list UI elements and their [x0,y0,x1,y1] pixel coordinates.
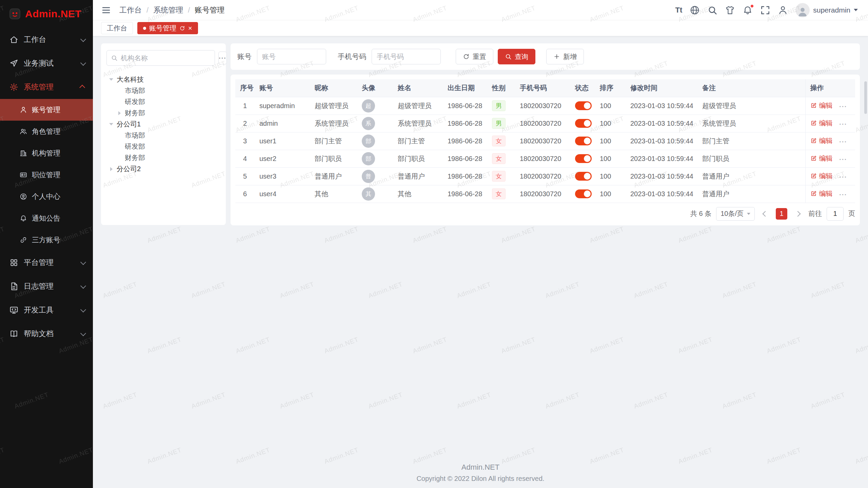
submenu-item-account-management[interactable]: 账号管理 [0,99,93,121]
more-actions-button[interactable] [839,173,847,181]
status-toggle[interactable] [575,137,592,145]
goto-page-input[interactable] [827,207,844,221]
status-toggle[interactable] [575,101,592,110]
more-actions-button[interactable] [839,120,847,128]
col-account: 账号 [255,79,310,97]
status-toggle[interactable] [575,189,592,198]
grid-icon [9,258,18,267]
tree-node[interactable]: 分公司2 [106,163,220,175]
edit-icon [810,190,817,197]
language-icon[interactable] [690,5,700,15]
page-size-select[interactable]: 10条/页 [716,207,755,221]
cell-status [570,150,595,167]
close-icon[interactable]: × [188,25,192,32]
cell-nickname: 部门职员 [310,150,357,167]
cell-gender: 女 [487,150,515,167]
chevron-down-icon [80,307,86,312]
submenu-item-role-management[interactable]: 角色管理 [0,121,93,142]
more-actions-button[interactable] [839,191,847,198]
user-menu[interactable]: superadmin [795,3,858,17]
org-search-input[interactable] [121,54,211,62]
cell-avatar: 部 [357,150,393,167]
status-toggle[interactable] [575,172,592,181]
edit-icon [810,102,817,109]
edit-button[interactable]: 编辑 [810,101,833,110]
query-button[interactable]: 查询 [498,49,535,64]
users-icon [20,128,27,135]
scrollbar-thumb[interactable] [864,81,867,114]
sidebar-item-log-management[interactable]: 日志管理 [0,274,93,298]
tab-account-management[interactable]: 账号管理 × [137,22,198,34]
sidebar-item-business-test[interactable]: 业务测试 [0,52,93,75]
more-actions-button[interactable] [839,138,847,145]
more-actions-button[interactable] [839,156,847,163]
tree-node[interactable]: 市场部 [106,85,220,96]
page-number-button[interactable]: 1 [776,208,787,220]
sidebar-item-dev-tools[interactable]: 开发工具 [0,298,93,322]
reset-button[interactable]: 重置 [456,49,493,64]
paper-plane-icon [9,59,18,68]
submenu-item-org-management[interactable]: 机构管理 [0,142,93,164]
theme-icon[interactable] [725,5,735,15]
tree-node-label: 市场部 [125,86,145,95]
user-icon[interactable] [778,5,788,15]
prev-page-button[interactable] [760,208,771,220]
status-toggle[interactable] [575,119,592,128]
tree-node[interactable]: 财务部 [106,107,220,119]
edit-button[interactable]: 编辑 [810,136,833,145]
breadcrumb-item[interactable]: 工作台 [119,5,142,15]
org-more-button[interactable] [218,52,227,64]
refresh-icon [463,53,470,60]
table-row: 2 admin 系统管理员 系 系统管理员 1986-06-28 男 18020… [235,115,855,132]
sidebar-item-workbench[interactable]: 工作台 [0,28,93,52]
menu-collapse-button[interactable] [101,5,111,15]
edit-label: 编辑 [819,119,833,128]
edit-button[interactable]: 编辑 [810,171,833,181]
refresh-icon[interactable] [179,25,185,31]
cell-nickname: 其他 [310,185,357,203]
org-tree: 大名科技 市场部 研发部 财务部 分公司1 市场部 研发部 财务部 分公司2 [106,74,220,175]
cell-nickname: 普通用户 [310,167,357,185]
table-row: 1 superadmin 超级管理员 超 超级管理员 1986-06-28 男 … [235,97,855,115]
accounts-table: 序号 账号 昵称 头像 姓名 出生日期 性别 手机号码 状态 排序 [235,79,855,203]
font-size-icon[interactable]: Tt [675,5,683,15]
gender-tag: 女 [492,153,506,164]
phone-input[interactable] [372,49,441,64]
tree-node[interactable]: 财务部 [106,152,220,163]
submenu-item-notice[interactable]: 通知公告 [0,207,93,229]
add-button[interactable]: 新增 [546,49,584,64]
tree-node[interactable]: 大名科技 [106,74,220,85]
sidebar-item-platform-management[interactable]: 平台管理 [0,251,93,274]
edit-button[interactable]: 编辑 [810,189,833,198]
account-input[interactable] [257,49,326,64]
cell-name: 其他 [393,185,443,203]
sidebar-menu: 工作台 业务测试 系统管理 账号管理 角色管理 [0,28,93,488]
edit-button[interactable]: 编辑 [810,119,833,128]
gender-tag: 女 [492,136,506,146]
edit-button[interactable]: 编辑 [810,154,833,163]
tree-node[interactable]: 研发部 [106,96,220,107]
tree-node[interactable]: 分公司1 [106,119,220,130]
next-page-button[interactable] [792,208,804,220]
more-actions-button[interactable] [839,103,847,110]
breadcrumb-item[interactable]: 系统管理 [142,5,183,15]
submenu-item-personal-center[interactable]: 个人中心 [0,186,93,207]
org-search-field[interactable] [106,50,215,66]
page-content: 大名科技 市场部 研发部 财务部 分公司1 市场部 研发部 财务部 分公司2 [93,36,868,488]
submenu-item-third-party-account[interactable]: 三方账号 [0,229,93,251]
sidebar-item-help-docs[interactable]: 帮助文档 [0,322,93,346]
status-toggle[interactable] [575,154,592,163]
tree-node[interactable]: 市场部 [106,130,220,141]
fullscreen-icon[interactable] [760,5,770,15]
tree-node[interactable]: 研发部 [106,141,220,152]
search-icon[interactable] [707,5,717,15]
search-icon [505,53,512,60]
logo[interactable]: Admin.NET [0,0,93,28]
book-icon [9,329,18,338]
sidebar-item-system-management[interactable]: 系统管理 [0,75,93,99]
username: superadmin [813,6,850,14]
tab-workbench[interactable]: 工作台 [101,22,133,34]
cell-account: user3 [255,167,310,185]
notification-bell-icon[interactable] [743,5,753,15]
submenu-item-position-management[interactable]: 职位管理 [0,164,93,186]
